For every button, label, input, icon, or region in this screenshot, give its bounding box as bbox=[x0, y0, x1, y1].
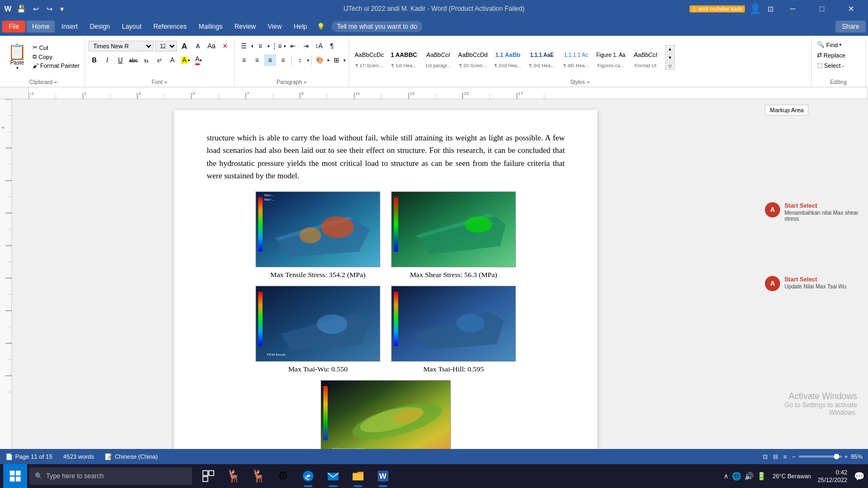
font-expand[interactable]: ⌐ bbox=[165, 79, 168, 85]
taskbar-search[interactable]: 🔍 Type here to search bbox=[29, 467, 192, 485]
share-button[interactable]: Share bbox=[835, 21, 866, 33]
menu-help[interactable]: Help bbox=[288, 21, 312, 33]
show-marks-btn[interactable]: ¶ bbox=[326, 40, 338, 52]
font-decrease-btn[interactable]: A bbox=[192, 40, 204, 52]
zoom-out-btn[interactable]: − bbox=[792, 453, 795, 460]
decrease-indent-btn[interactable]: ⇤ bbox=[287, 40, 299, 52]
style-item-1[interactable]: AaBbCcDc ¶ 17-Scien... bbox=[353, 46, 386, 69]
shading-btn[interactable]: 🎨 bbox=[314, 54, 326, 66]
word-count[interactable]: 4523 words bbox=[63, 453, 94, 460]
doc-area[interactable]: structure which is able to carry the loa… bbox=[12, 99, 760, 449]
maximize-btn[interactable]: □ bbox=[809, 0, 834, 17]
zoom-bar: − + 95% bbox=[792, 453, 863, 460]
change-case-btn[interactable]: Aa bbox=[206, 40, 218, 52]
style-item-8[interactable]: Figure 1. Aa Figures ca... bbox=[594, 46, 628, 69]
select-button[interactable]: ⬚ Select - bbox=[815, 61, 846, 70]
font-increase-btn[interactable]: A bbox=[178, 40, 190, 52]
styles-expand-btn[interactable]: ⌐ bbox=[587, 79, 590, 85]
taskbar-app-settings[interactable]: ⚙ bbox=[271, 464, 295, 488]
highlight-btn[interactable]: A ▾ bbox=[180, 54, 192, 66]
font-color-btn[interactable]: A ▾ bbox=[193, 54, 205, 66]
taskbar-app-task-view[interactable] bbox=[196, 464, 220, 488]
justify-btn[interactable]: ≡ bbox=[277, 54, 289, 66]
style-item-9[interactable]: AaBbCcI Format UI bbox=[629, 46, 662, 69]
menu-home[interactable]: Home bbox=[27, 21, 55, 33]
menu-file[interactable]: File bbox=[2, 21, 25, 33]
font-size-selector[interactable]: 12 bbox=[155, 41, 177, 52]
minimize-btn[interactable]: ─ bbox=[780, 0, 805, 17]
view-read-btn[interactable]: ≡ bbox=[783, 453, 787, 460]
taskbar-time[interactable]: 0:42 25/12/2022 bbox=[813, 468, 852, 484]
close-btn[interactable]: ✕ bbox=[839, 0, 864, 17]
network-icon[interactable]: 🌐 bbox=[732, 472, 741, 480]
language-indicator[interactable]: 📝 Chinese (China) bbox=[105, 453, 157, 460]
italic-btn[interactable]: I bbox=[101, 54, 113, 66]
menu-layout[interactable]: Layout bbox=[117, 21, 147, 33]
clear-format-btn[interactable]: ✕ bbox=[219, 40, 231, 52]
clipboard-expand[interactable]: ⌐ bbox=[55, 79, 58, 85]
numbered-list-btn[interactable]: ≡ bbox=[254, 40, 266, 52]
taskbar-app-explorer[interactable] bbox=[346, 464, 370, 488]
chevron-icon[interactable]: ∧ bbox=[724, 472, 729, 480]
border-btn[interactable]: ⊞ bbox=[330, 54, 342, 66]
paste-button[interactable]: 📋 Paste ▾ bbox=[5, 43, 29, 72]
taskbar-app-animal2[interactable]: 🦌 bbox=[246, 464, 270, 488]
subscript-btn[interactable]: x₂ bbox=[141, 54, 152, 66]
start-button[interactable] bbox=[3, 464, 27, 488]
taskbar-app-mail[interactable] bbox=[321, 464, 345, 488]
style-item-3[interactable]: AaBbCcI 1st paragr... bbox=[422, 46, 455, 69]
customize-btn[interactable]: ▾ bbox=[58, 4, 66, 14]
window-title: IJTech ui 2022 andi M. Kadir - Word (Pro… bbox=[343, 5, 525, 12]
screen-btn[interactable]: ⊡ bbox=[765, 4, 776, 14]
styles-expand[interactable]: ▽ bbox=[665, 62, 675, 70]
taskbar-app-animal[interactable]: 🦌 bbox=[221, 464, 245, 488]
superscript-btn[interactable]: x² bbox=[154, 54, 165, 66]
battery-icon[interactable]: 🔋 bbox=[757, 472, 766, 480]
style-item-7[interactable]: 1.1.1.1 Ac ¶ 4th Hea... bbox=[560, 46, 592, 69]
increase-indent-btn[interactable]: ⇥ bbox=[300, 40, 312, 52]
strikethrough-btn[interactable]: abc bbox=[127, 54, 139, 66]
paragraph-expand[interactable]: ⌐ bbox=[304, 79, 307, 85]
font-family-selector[interactable]: Times New R bbox=[88, 41, 154, 52]
style-item-2[interactable]: 1 AABBC ¶ 1st Hea... bbox=[388, 46, 420, 69]
menu-references[interactable]: References bbox=[148, 21, 192, 33]
undo-btn[interactable]: ↩ bbox=[31, 4, 41, 14]
multilevel-list-btn[interactable]: ⋮≡ bbox=[271, 40, 283, 52]
text-effect-btn[interactable]: A bbox=[167, 54, 178, 66]
copy-button[interactable]: ⧉ Copy bbox=[31, 53, 81, 61]
view-print-btn[interactable]: ⊡ bbox=[763, 453, 768, 460]
underline-btn[interactable]: U bbox=[114, 54, 126, 66]
line-spacing-btn[interactable]: ↕ bbox=[294, 54, 306, 66]
zoom-slider[interactable] bbox=[799, 455, 842, 458]
tell-me-input[interactable]: Tell me what you want to do bbox=[331, 21, 423, 32]
align-right-btn[interactable]: ≡ bbox=[264, 54, 276, 66]
style-item-5[interactable]: 1.1 AaBb ¶ 2nd Hea... bbox=[492, 46, 524, 69]
style-item-6[interactable]: 1.1.1 AaE ¶ 3rd Hea... bbox=[526, 46, 558, 69]
styles-scroll-down[interactable]: ▼ bbox=[665, 54, 675, 61]
replace-button[interactable]: ⇄ Replace bbox=[815, 50, 847, 60]
cut-button[interactable]: ✂ Cut bbox=[31, 43, 81, 52]
find-button[interactable]: 🔍 Find ▾ bbox=[815, 40, 844, 49]
zoom-in-btn[interactable]: + bbox=[845, 453, 848, 460]
menu-review[interactable]: Review bbox=[229, 21, 261, 33]
styles-scroll-up[interactable]: ▲ bbox=[665, 45, 675, 53]
taskbar-app-edge[interactable] bbox=[296, 464, 320, 488]
align-center-btn[interactable]: ≡ bbox=[251, 54, 263, 66]
view-web-btn[interactable]: ⊟ bbox=[773, 453, 778, 460]
sort-btn[interactable]: ↕A bbox=[313, 40, 325, 52]
save-btn[interactable]: 💾 bbox=[15, 4, 28, 14]
format-painter-button[interactable]: 🖌 Format Painter bbox=[31, 62, 81, 69]
taskbar-app-word[interactable]: W bbox=[371, 464, 395, 488]
notification-icon[interactable]: 💬 bbox=[854, 471, 865, 481]
bold-btn[interactable]: B bbox=[88, 54, 100, 66]
menu-design[interactable]: Design bbox=[84, 21, 115, 33]
redo-btn[interactable]: ↪ bbox=[44, 4, 55, 14]
menu-insert[interactable]: Insert bbox=[56, 21, 83, 33]
align-left-btn[interactable]: ≡ bbox=[238, 54, 250, 66]
page-indicator[interactable]: 📄 Page 11 of 15 bbox=[5, 453, 53, 460]
bullet-list-btn[interactable]: ☰ bbox=[238, 40, 250, 52]
menu-view[interactable]: View bbox=[263, 21, 288, 33]
volume-icon[interactable]: 🔊 bbox=[744, 472, 754, 480]
style-item-4[interactable]: AaBbCcDd ¶ 20-Scien... bbox=[456, 46, 490, 69]
menu-mailings[interactable]: Mailings bbox=[193, 21, 228, 33]
